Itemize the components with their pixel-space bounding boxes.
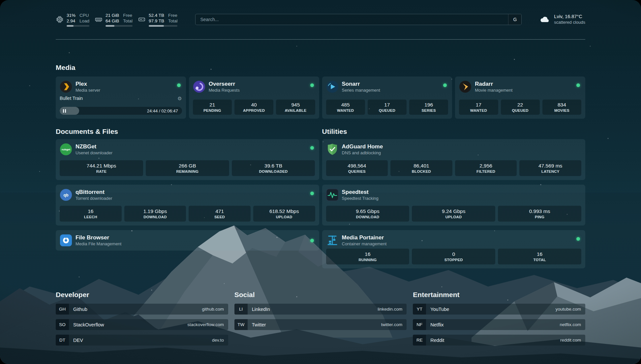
plex-player-bar[interactable]: 24:44 / 02:06:47 bbox=[60, 107, 182, 115]
bookmark-linkedin[interactable]: LI LinkedIn linkedin.com bbox=[234, 304, 407, 315]
stat-label: BLOCKED bbox=[412, 169, 431, 173]
bookmark-abbr: NF bbox=[413, 319, 426, 330]
bookmark-youtube[interactable]: YT YouTube youtube.com bbox=[413, 304, 585, 315]
plex-status-dot bbox=[177, 83, 181, 87]
plex-card[interactable]: Plex Media server Bullet Train ⚙ 24:44 /… bbox=[56, 76, 186, 119]
qbittorrent-stat-seed: 471 SEED bbox=[189, 206, 251, 222]
portainer-card[interactable]: Media Portainer Container management 16 … bbox=[322, 230, 586, 268]
search-input[interactable] bbox=[196, 14, 508, 25]
section-title-developer: Developer bbox=[56, 290, 228, 299]
plex-name: Plex bbox=[76, 80, 100, 87]
adguard-stat-latency: 47.569 ms LATENCY bbox=[519, 160, 581, 176]
stat-value: 9.24 Gbps bbox=[442, 208, 466, 214]
qbittorrent-card[interactable]: qb qBittorrent Torrent downloader 16 LEE… bbox=[56, 185, 319, 226]
pause-icon[interactable] bbox=[63, 109, 66, 113]
bookmark-reddit[interactable]: RE Reddit reddit.com bbox=[413, 335, 585, 346]
portainer-subtitle: Container management bbox=[342, 241, 387, 247]
overseerr-name: Overseerr bbox=[209, 80, 240, 87]
dashboard: 31% 2.94 CPU Load bbox=[0, 0, 641, 364]
bookmark-twitter[interactable]: TW Twitter twitter.com bbox=[234, 319, 407, 330]
portainer-icon bbox=[326, 234, 339, 247]
stat-label: DOWNLOADED bbox=[259, 169, 288, 173]
overseerr-stat-approved: 40 APPROVED bbox=[234, 100, 273, 115]
filebrowser-card[interactable]: File Browser Media File Management bbox=[56, 230, 319, 251]
settings-gear-icon[interactable]: ⚙ bbox=[177, 96, 182, 101]
memory-total-value: 64 GiB bbox=[106, 18, 119, 24]
bookmark-github[interactable]: GH Github github.com bbox=[56, 304, 228, 315]
speedtest-icon bbox=[326, 189, 339, 201]
search-bar: G bbox=[195, 14, 522, 25]
filebrowser-name: File Browser bbox=[76, 234, 121, 241]
memory-total-label: Total bbox=[123, 18, 133, 24]
stat-value: 86,401 bbox=[413, 163, 429, 169]
nzbget-name: NZBGet bbox=[76, 143, 112, 150]
radarr-icon bbox=[459, 80, 472, 93]
disk-widget: 52.4 TB 97.9 TB Free Total bbox=[138, 13, 178, 27]
stat-value: 471 bbox=[215, 208, 224, 214]
qbittorrent-stat-download: 1.19 Gbps DOWNLOAD bbox=[124, 206, 186, 222]
speedtest-stat-upload: 9.24 Gbps UPLOAD bbox=[412, 206, 495, 222]
stat-value: 0.993 ms bbox=[529, 208, 550, 214]
section-title-entertainment: Entertainment bbox=[413, 290, 585, 299]
stat-value: 22 bbox=[517, 102, 523, 108]
bookmark-stackoverflow[interactable]: SO StackOverflow stackoverflow.com bbox=[56, 319, 228, 330]
bookmark-abbr: LI bbox=[234, 304, 248, 315]
weather-widget: Lviv, 16.87°C scattered clouds bbox=[539, 14, 585, 25]
overseerr-status-dot bbox=[310, 83, 314, 87]
sonarr-card[interactable]: Sonarr Series management 485 WANTED 17 Q… bbox=[322, 76, 452, 119]
bookmark-abbr: YT bbox=[413, 304, 426, 315]
bookmark-url: twitter.com bbox=[381, 322, 403, 327]
stat-value: 485 bbox=[341, 102, 350, 108]
bookmark-name: LinkedIn bbox=[252, 307, 270, 312]
memory-free-label: Free bbox=[123, 13, 133, 18]
bookmark-dev[interactable]: DT DEV dev.to bbox=[56, 335, 228, 346]
bookmark-url: github.com bbox=[202, 307, 224, 312]
stat-label: WANTED bbox=[470, 108, 487, 112]
speedtest-card[interactable]: Speedtest Speedtest Tracking 9.65 Gbps D… bbox=[322, 185, 586, 226]
bookmark-netflix[interactable]: NF Netflix netflix.com bbox=[413, 319, 585, 330]
bookmark-abbr: TW bbox=[234, 319, 248, 330]
stat-label: RATE bbox=[96, 169, 107, 173]
adguard-stat-blocked: 86,401 BLOCKED bbox=[390, 160, 452, 176]
radarr-card[interactable]: Radarr Movie management 17 WANTED 22 QUE… bbox=[455, 76, 585, 119]
sonarr-stat-wanted: 485 WANTED bbox=[326, 100, 365, 115]
speedtest-subtitle: Speedtest Tracking bbox=[342, 196, 379, 201]
cpu-progress-fill bbox=[67, 25, 74, 27]
bookmark-name: Netflix bbox=[430, 322, 443, 327]
qbittorrent-icon: qb bbox=[60, 189, 72, 201]
stat-value: 196 bbox=[424, 102, 433, 108]
nzbget-card[interactable]: nzbget NZBGet Usenet downloader 744.21 M… bbox=[56, 139, 319, 180]
stat-label: PENDING bbox=[203, 108, 221, 112]
plex-subtitle: Media server bbox=[76, 87, 100, 93]
stat-label: PING bbox=[535, 215, 544, 219]
utilities-section: Utilities AdGuard Home DNS and adblockin… bbox=[322, 127, 586, 268]
nzbget-stat-rate: 744.21 Mbps RATE bbox=[60, 160, 143, 176]
search-provider-button[interactable]: G bbox=[508, 14, 521, 25]
stat-label: DOWNLOAD bbox=[356, 215, 380, 219]
bookmark-url: linkedin.com bbox=[378, 307, 402, 312]
sonarr-icon bbox=[326, 80, 339, 93]
disk-free-value: 52.4 TB bbox=[149, 13, 164, 18]
overseerr-card[interactable]: Overseerr Media Requests 21 PENDING 40 A… bbox=[189, 76, 319, 119]
stat-label: QUERIES bbox=[348, 169, 366, 173]
qbittorrent-stat-leech: 16 LEECH bbox=[60, 206, 122, 222]
stat-value: 40 bbox=[251, 102, 257, 108]
portainer-name: Media Portainer bbox=[342, 234, 387, 241]
adguard-card[interactable]: AdGuard Home DNS and adblocking 498,564 … bbox=[322, 139, 586, 180]
radarr-name: Radarr bbox=[475, 80, 512, 87]
stat-label: UPLOAD bbox=[276, 215, 292, 219]
plex-now-playing: Bullet Train bbox=[60, 96, 83, 101]
disk-progress-fill bbox=[149, 25, 164, 27]
bookmark-url: reddit.com bbox=[560, 338, 581, 343]
stat-label: AVAILABLE bbox=[285, 108, 306, 112]
overseerr-icon bbox=[193, 80, 205, 93]
portainer-stat-running: 16 RUNNING bbox=[326, 249, 410, 264]
radarr-subtitle: Movie management bbox=[475, 87, 512, 93]
cpu-load-label: Load bbox=[79, 18, 89, 24]
cpu-widget: 31% 2.94 CPU Load bbox=[56, 13, 89, 27]
adguard-name: AdGuard Home bbox=[342, 143, 383, 150]
bookmark-url: netflix.com bbox=[560, 322, 581, 327]
stat-value: 266 GB bbox=[179, 163, 196, 169]
portainer-status-dot bbox=[576, 237, 580, 241]
bookmark-name: StackOverflow bbox=[73, 322, 104, 327]
